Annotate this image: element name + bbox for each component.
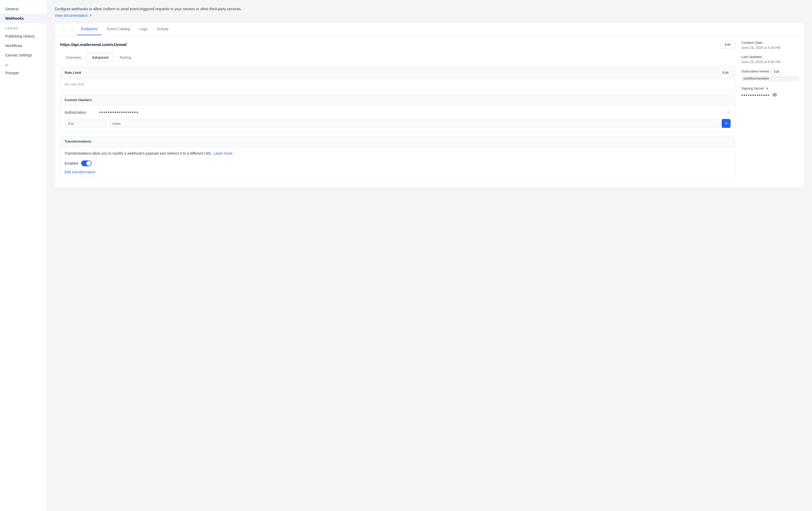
transformations-title: Transformations	[65, 140, 91, 143]
creation-date-label: Creation Date	[742, 41, 799, 44]
signing-secret-item: Signing Secret ▼ •••••••••••••	[742, 86, 799, 99]
last-updated-label: Last Updated	[742, 55, 799, 59]
tab-activity[interactable]: Activity	[153, 23, 173, 35]
subscribed-events-label: Subscribed events	[742, 69, 770, 73]
transformations-header: Transformations	[60, 136, 735, 147]
subscribed-event-tag: workflow.transition	[742, 76, 799, 81]
creation-date-item: Creation Date June 19, 2024 at 4:29 PM	[742, 41, 799, 50]
secret-value-row: •••••••••••••	[742, 92, 799, 99]
key-input[interactable]	[65, 119, 107, 128]
custom-headers-title: Custom Headers	[65, 98, 92, 102]
rate-limit-title: Rate Limit	[65, 71, 81, 74]
learn-more-link[interactable]: Learn more	[214, 151, 233, 155]
svg-point-1	[774, 94, 776, 96]
rate-limit-header: Rate Limit Edit	[60, 67, 735, 79]
sidebar-item-workflows[interactable]: Workflows	[0, 41, 47, 51]
sidebar-item-publishing-history[interactable]: Publishing History	[0, 31, 47, 41]
last-updated-value: June 19, 2024 at 4:56 PM	[742, 60, 799, 64]
main-content: Configure webhooks to allow Uniform to s…	[47, 0, 812, 511]
header-value: ••••••••••••••••••	[99, 110, 723, 115]
custom-headers-header: Custom Headers	[60, 95, 735, 105]
custom-headers-section: Custom Headers Authorization •••••••••••…	[60, 94, 735, 132]
sidebar-item-prompts[interactable]: Prompts	[0, 68, 47, 78]
rate-limit-body: No rate limit	[60, 79, 735, 90]
sidebar-section-ai: AI	[0, 60, 47, 68]
rate-limit-value: No rate limit	[65, 82, 84, 86]
sidebar: General Webhooks CANVAS Publishing Histo…	[0, 0, 47, 511]
webhook-panel: ← → Endpoints Event Catalog Logs Activit…	[55, 23, 805, 188]
creation-date-value: June 19, 2024 at 4:29 PM	[742, 46, 799, 50]
sub-tabs: Overview Advanced Testing	[60, 53, 735, 62]
tab-event-catalog[interactable]: Event Catalog	[103, 23, 134, 35]
header-key: Authorization	[65, 110, 96, 115]
edit-transformation-link[interactable]: Edit transformation	[65, 170, 95, 174]
subscribed-events-edit-button[interactable]: Edit	[772, 69, 782, 74]
enabled-toggle[interactable]	[81, 160, 92, 166]
last-updated-item: Last Updated June 19, 2024 at 4:56 PM	[742, 55, 799, 64]
nav-back-button[interactable]: ←	[60, 26, 67, 33]
remove-header-button[interactable]: ×	[726, 109, 731, 116]
view-docs-link[interactable]: View documentation ↗	[55, 13, 92, 18]
sub-tab-advanced[interactable]: Advanced	[86, 53, 114, 62]
add-header-row: +	[65, 119, 731, 128]
sub-tab-testing[interactable]: Testing	[114, 53, 137, 62]
header-row: Authorization •••••••••••••••••• ×	[65, 109, 731, 116]
subscribed-events-row: Subscribed events Edit	[742, 69, 799, 74]
rate-limit-section: Rate Limit Edit No rate limit	[60, 67, 735, 90]
sidebar-item-general[interactable]: General	[0, 4, 47, 14]
webhook-body: https://api.mailersend.com/v1/email Edit…	[55, 35, 804, 187]
nav-forward-button[interactable]: →	[68, 26, 76, 33]
webhook-left: https://api.mailersend.com/v1/email Edit…	[60, 41, 735, 182]
sidebar-section-canvas: CANVAS	[0, 23, 47, 31]
signing-secret-label: Signing Secret	[742, 86, 764, 90]
signing-secret-row: Signing Secret ▼	[742, 86, 799, 90]
transformations-section: Transformations Transformations allow yo…	[60, 136, 735, 178]
signing-secret-value: •••••••••••••	[742, 93, 770, 98]
webhook-right: Creation Date June 19, 2024 at 4:29 PM L…	[742, 41, 799, 182]
page-description: Configure webhooks to allow Uniform to s…	[55, 6, 805, 12]
svg-point-0	[773, 93, 777, 96]
enabled-row: Enabled	[65, 160, 731, 166]
transform-description: Transformations allow you to modify a we…	[65, 150, 731, 156]
custom-headers-body: Authorization •••••••••••••••••• × +	[60, 105, 735, 131]
tab-logs[interactable]: Logs	[135, 23, 151, 35]
subscribed-events-item: Subscribed events Edit workflow.transiti…	[742, 69, 799, 81]
transformations-body: Transformations allow you to modify a we…	[60, 147, 735, 178]
tabs-nav: ← → Endpoints Event Catalog Logs Activit…	[55, 23, 804, 35]
endpoint-url: https://api.mailersend.com/v1/email	[60, 42, 126, 47]
signing-secret-dropdown-button[interactable]: ▼	[766, 87, 769, 90]
endpoint-edit-button[interactable]: Edit	[720, 41, 735, 48]
sidebar-item-webhooks[interactable]: Webhooks	[0, 14, 47, 23]
value-input[interactable]	[109, 119, 720, 128]
eye-icon	[772, 92, 777, 97]
toggle-secret-visibility-button[interactable]	[772, 92, 778, 99]
tab-endpoints[interactable]: Endpoints	[77, 23, 102, 35]
sub-tab-overview[interactable]: Overview	[60, 53, 86, 62]
enabled-label: Enabled	[65, 161, 78, 166]
url-row: https://api.mailersend.com/v1/email Edit	[60, 41, 735, 48]
rate-limit-edit-button[interactable]: Edit	[721, 70, 731, 75]
add-header-button[interactable]: +	[722, 119, 731, 128]
sidebar-item-canvas-settings[interactable]: Canvas Settings	[0, 51, 47, 60]
